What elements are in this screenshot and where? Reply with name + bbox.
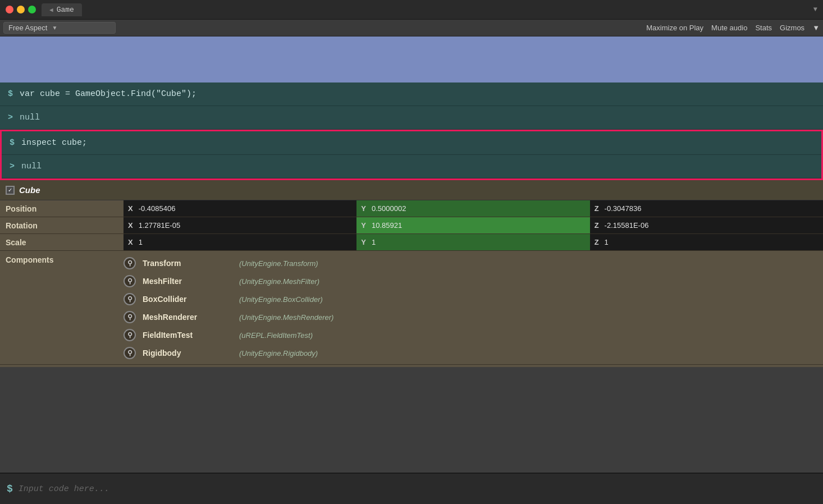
- component-item[interactable]: ⚲MeshFilter(UnityEngine.MeshFilter): [124, 272, 333, 290]
- component-search-icon: ⚲: [124, 347, 136, 359]
- console-prompt-2: $: [10, 138, 15, 148]
- console-arrow-1: >: [8, 113, 13, 122]
- component-type-label: (UnityEngine.MeshFilter): [239, 277, 319, 286]
- x-axis-label-scale: X: [124, 238, 135, 246]
- position-x-value: -0.4085406: [135, 200, 357, 217]
- component-name-label: MeshRenderer: [143, 313, 232, 322]
- chevron-down-icon: ▼: [52, 25, 57, 31]
- scale-label: Scale: [0, 238, 124, 247]
- rotation-z-value: -2.15581E-06: [601, 217, 823, 233]
- x-axis-label-pos: X: [124, 204, 135, 213]
- component-search-icon: ⚲: [124, 329, 136, 341]
- position-row: Position X -0.4085406 Y 0.5000002 Z -0.3…: [0, 200, 823, 217]
- game-view: [0, 36, 823, 83]
- position-x-field[interactable]: X -0.4085406: [124, 200, 356, 217]
- aspect-dropdown[interactable]: Free Aspect ▼: [3, 22, 116, 34]
- console-arrow-2: >: [10, 162, 15, 171]
- console-result-line-2: > null: [2, 155, 821, 178]
- scale-z-field[interactable]: Z 1: [590, 234, 823, 250]
- position-y-value: 0.5000002: [368, 200, 590, 217]
- input-prompt-label: $: [7, 483, 13, 494]
- component-search-icon: ⚲: [124, 311, 136, 323]
- title-bar: ◀ Game ▼: [0, 0, 823, 20]
- position-y-field[interactable]: Y 0.5000002: [356, 200, 589, 217]
- collapse-arrow-icon[interactable]: ▼: [813, 6, 817, 13]
- scale-row: Scale X 1 Y 1 Z 1: [0, 234, 823, 251]
- component-type-label: (UnityEngine.Rigidbody): [239, 349, 318, 358]
- component-item[interactable]: ⚲BoxCollider(UnityEngine.BoxCollider): [124, 290, 333, 308]
- component-type-label: (uREPL.FieldItemTest): [239, 331, 313, 340]
- components-row: Components ⚲Transform(UnityEngine.Transf…: [0, 251, 823, 365]
- component-type-label: (UnityEngine.Transform): [239, 259, 318, 268]
- y-axis-label-scale: Y: [356, 238, 368, 246]
- console-output-2: null: [21, 162, 42, 171]
- component-item[interactable]: ⚲Rigidbody(UnityEngine.Rigidbody): [124, 344, 333, 362]
- scale-x-field[interactable]: X 1: [124, 234, 356, 250]
- rotation-y-value: 10.85921: [368, 217, 590, 233]
- component-name-label: FieldItemTest: [143, 331, 232, 340]
- scale-x-value: 1: [135, 234, 357, 250]
- console-code-1: var cube = GameObject.Find("Cube");: [20, 89, 196, 99]
- console-input-line-2[interactable]: $ inspect cube;: [2, 131, 821, 155]
- x-axis-label-rot: X: [124, 221, 135, 230]
- component-name-label: Transform: [143, 259, 232, 268]
- rotation-x-field[interactable]: X 1.27781E-05: [124, 217, 356, 233]
- rotation-label: Rotation: [0, 221, 124, 230]
- component-name-label: BoxCollider: [143, 295, 232, 304]
- console-input-line-1[interactable]: $ var cube = GameObject.Find("Cube");: [0, 83, 823, 106]
- inspector-panel: Cube Position X -0.4085406 Y 0.5000002 Z…: [0, 180, 823, 367]
- component-item[interactable]: ⚲FieldItemTest(uREPL.FieldItemTest): [124, 326, 333, 344]
- rotation-z-field[interactable]: Z -2.15581E-06: [590, 217, 823, 233]
- console-first-block: $ var cube = GameObject.Find("Cube"); > …: [0, 83, 823, 130]
- tab-icon: ◀: [49, 6, 53, 13]
- rotation-y-field[interactable]: Y 10.85921: [356, 217, 589, 233]
- game-toolbar: Free Aspect ▼ Maximize on Play Mute audi…: [0, 20, 823, 36]
- console-prompt-1: $: [8, 89, 13, 99]
- game-tab[interactable]: ◀ Game: [42, 3, 82, 16]
- y-axis-label-pos: Y: [356, 204, 368, 213]
- console-active-block: $ inspect cube; > null: [0, 130, 823, 180]
- stats-button[interactable]: Stats: [755, 24, 772, 32]
- rotation-row: Rotation X 1.27781E-05 Y 10.85921 Z -2.1…: [0, 217, 823, 234]
- component-name-label: MeshFilter: [143, 277, 232, 286]
- z-axis-label-rot: Z: [590, 221, 601, 230]
- minimize-button[interactable]: [17, 6, 25, 13]
- object-active-checkbox[interactable]: [6, 186, 15, 195]
- gizmos-dropdown-icon[interactable]: ▼: [812, 24, 820, 32]
- position-label: Position: [0, 204, 124, 213]
- console-code-2: inspect cube;: [21, 138, 87, 148]
- component-item[interactable]: ⚲Transform(UnityEngine.Transform): [124, 254, 333, 272]
- maximize-on-play-button[interactable]: Maximize on Play: [646, 24, 703, 32]
- component-item[interactable]: ⚲MeshRenderer(UnityEngine.MeshRenderer): [124, 308, 333, 326]
- aspect-label: Free Aspect: [8, 24, 47, 32]
- position-z-field[interactable]: Z -0.3047836: [590, 200, 823, 217]
- components-list: ⚲Transform(UnityEngine.Transform)⚲MeshFi…: [124, 253, 333, 362]
- object-name-title: Cube: [19, 185, 40, 195]
- component-type-label: (UnityEngine.MeshRenderer): [239, 313, 333, 322]
- component-name-label: Rigidbody: [143, 349, 232, 358]
- gizmos-button[interactable]: Gizmos: [780, 24, 804, 32]
- mute-audio-button[interactable]: Mute audio: [711, 24, 747, 32]
- z-axis-label-pos: Z: [590, 204, 601, 213]
- console-result-line-1: > null: [0, 106, 823, 130]
- scale-z-value: 1: [601, 234, 823, 250]
- window-controls: [6, 6, 36, 13]
- code-input[interactable]: [19, 484, 816, 494]
- console-output-1: null: [20, 113, 40, 122]
- y-axis-label-rot: Y: [356, 221, 368, 230]
- z-axis-label-scale: Z: [590, 238, 601, 246]
- position-z-value: -0.3047836: [601, 200, 823, 217]
- components-label: Components: [0, 253, 124, 267]
- tab-label: Game: [57, 6, 74, 14]
- rotation-x-value: 1.27781E-05: [135, 217, 357, 233]
- component-search-icon: ⚲: [124, 257, 136, 269]
- scale-y-field[interactable]: Y 1: [356, 234, 589, 250]
- maximize-button[interactable]: [28, 6, 36, 13]
- scale-y-value: 1: [368, 234, 590, 250]
- component-type-label: (UnityEngine.BoxCollider): [239, 295, 323, 304]
- inspector-header: Cube: [0, 180, 823, 200]
- close-button[interactable]: [6, 6, 13, 13]
- toolbar-right: Maximize on Play Mute audio Stats Gizmos…: [646, 24, 820, 32]
- input-bar: $: [0, 473, 823, 504]
- component-search-icon: ⚲: [124, 293, 136, 305]
